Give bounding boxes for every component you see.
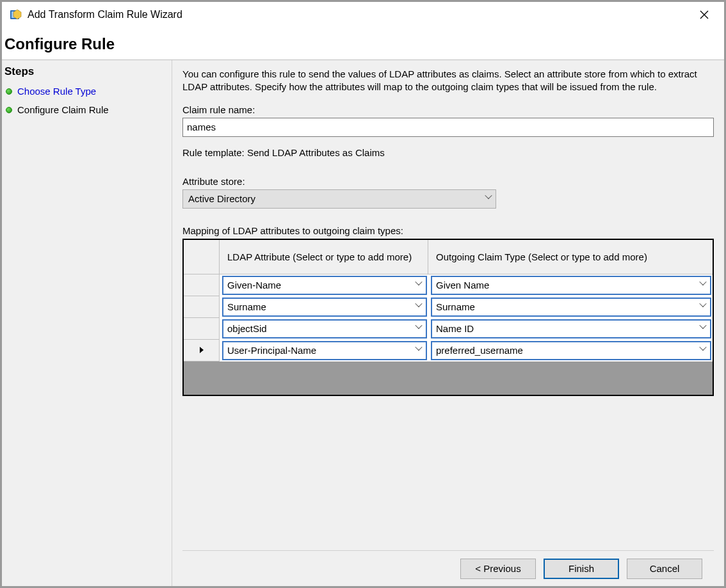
cell-ldap-attribute: objectSid	[220, 318, 428, 340]
cell-outgoing-claim: Surname	[428, 296, 713, 318]
attribute-store-select[interactable]: Active Directory	[182, 189, 496, 209]
previous-button[interactable]: < Previous	[460, 559, 536, 579]
chevron-down-icon	[481, 190, 496, 208]
ldap-attribute-value: User-Principal-Name	[227, 345, 412, 356]
active-row-icon	[200, 347, 204, 353]
claim-rule-name-label: Claim rule name:	[182, 104, 714, 115]
steps-heading: Steps	[2, 64, 172, 82]
step-bullet-icon	[6, 88, 12, 95]
page-title: Configure Rule	[4, 35, 724, 53]
outgoing-claim-combobox[interactable]: Name ID	[431, 319, 711, 338]
chevron-down-icon	[696, 304, 710, 310]
ldap-attribute-value: Surname	[227, 301, 412, 312]
chevron-down-icon	[412, 282, 426, 289]
step-item-1[interactable]: Configure Claim Rule	[2, 100, 172, 119]
table-row: User-Principal-Namepreferred_username	[184, 340, 713, 362]
ldap-attribute-combobox[interactable]: User-Principal-Name	[222, 341, 427, 360]
chevron-down-icon	[696, 326, 710, 332]
titlebar: Add Transform Claim Rule Wizard	[2, 2, 724, 28]
page-header: Configure Rule	[2, 28, 724, 60]
step-label: Choose Rule Type	[17, 86, 96, 97]
close-button[interactable]	[690, 4, 719, 25]
row-header[interactable]	[184, 274, 220, 296]
finish-button[interactable]: Finish	[544, 559, 619, 579]
ldap-attribute-combobox[interactable]: Surname	[222, 298, 427, 317]
mapping-label: Mapping of LDAP attributes to outgoing c…	[182, 225, 714, 236]
table-header: LDAP Attribute (Select or type to add mo…	[184, 240, 713, 274]
mapping-table: LDAP Attribute (Select or type to add mo…	[182, 239, 714, 396]
body: Steps Choose Rule TypeConfigure Claim Ru…	[2, 60, 724, 586]
ldap-attribute-combobox[interactable]: objectSid	[222, 319, 427, 338]
outgoing-claim-value: preferred_username	[436, 345, 696, 356]
rule-template-text: Rule template: Send LDAP Attributes as C…	[182, 147, 714, 158]
claim-rule-name-input[interactable]	[182, 118, 714, 137]
outgoing-claim-combobox[interactable]: preferred_username	[431, 341, 711, 360]
table-header-claim: Outgoing Claim Type (Select or type to a…	[428, 240, 713, 274]
outgoing-claim-combobox[interactable]: Surname	[431, 298, 711, 317]
outgoing-claim-combobox[interactable]: Given Name	[431, 276, 711, 295]
step-label: Configure Claim Rule	[17, 104, 109, 115]
ldap-attribute-combobox[interactable]: Given-Name	[222, 276, 427, 295]
chevron-down-icon	[412, 326, 426, 332]
chevron-down-icon	[412, 347, 426, 354]
cell-ldap-attribute: Given-Name	[220, 274, 428, 296]
window-title: Add Transform Claim Rule Wizard	[28, 9, 690, 20]
cell-ldap-attribute: Surname	[220, 296, 428, 318]
chevron-down-icon	[696, 347, 710, 354]
step-item-0[interactable]: Choose Rule Type	[2, 82, 172, 100]
table-body: Given-NameGiven NameSurnameSurnameobject…	[184, 274, 713, 395]
ldap-attribute-value: objectSid	[227, 323, 412, 334]
table-row: SurnameSurname	[184, 296, 713, 318]
close-icon	[700, 8, 709, 21]
cell-ldap-attribute: User-Principal-Name	[220, 340, 428, 362]
ldap-attribute-value: Given-Name	[227, 280, 412, 290]
table-corner	[184, 240, 220, 274]
attribute-store-label: Attribute store:	[182, 176, 714, 187]
main-content: You can configure this rule to send the …	[172, 60, 724, 586]
row-header[interactable]	[184, 296, 220, 318]
cancel-button[interactable]: Cancel	[627, 559, 702, 579]
cell-outgoing-claim: Name ID	[428, 318, 713, 340]
cell-outgoing-claim: preferred_username	[428, 340, 713, 362]
steps-sidebar: Steps Choose Rule TypeConfigure Claim Ru…	[2, 60, 172, 586]
step-bullet-icon	[6, 107, 12, 113]
wizard-footer: < Previous Finish Cancel	[182, 550, 714, 586]
outgoing-claim-value: Given Name	[436, 280, 696, 290]
cell-outgoing-claim: Given Name	[428, 274, 713, 296]
row-header[interactable]	[184, 318, 220, 340]
table-row: Given-NameGiven Name	[184, 274, 713, 296]
row-header[interactable]	[184, 340, 220, 362]
table-row: objectSidName ID	[184, 318, 713, 340]
outgoing-claim-value: Name ID	[436, 323, 696, 334]
app-icon	[10, 8, 22, 21]
chevron-down-icon	[412, 304, 426, 310]
wizard-window: Add Transform Claim Rule Wizard Configur…	[0, 0, 726, 588]
attribute-store-value: Active Directory	[188, 193, 481, 204]
table-header-ldap: LDAP Attribute (Select or type to add mo…	[220, 240, 428, 274]
chevron-down-icon	[696, 282, 710, 289]
rule-description: You can configure this rule to send the …	[182, 67, 714, 94]
outgoing-claim-value: Surname	[436, 301, 696, 312]
